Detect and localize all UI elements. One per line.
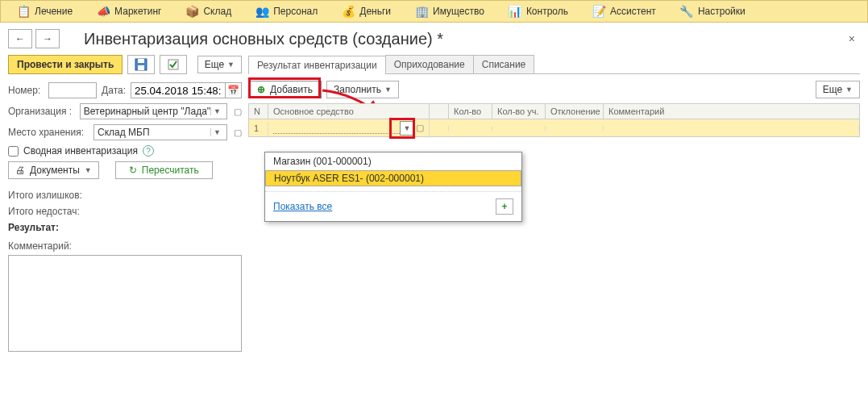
tab-receipt[interactable]: Оприходование: [385, 55, 474, 73]
more-button-right[interactable]: Еще▼: [816, 81, 860, 98]
menu-label: Лечение: [35, 6, 73, 17]
note-icon: 📝: [592, 5, 605, 18]
svg-rect-1: [138, 59, 144, 63]
recalc-button[interactable]: ↻ Пересчитать: [115, 161, 213, 179]
tab-strip: Результат инвентаризации Оприходование С…: [248, 55, 860, 74]
chevron-down-icon: ▼: [404, 124, 411, 132]
more-button[interactable]: Еще▼: [197, 56, 242, 73]
chevron-down-icon: ▼: [845, 86, 853, 94]
chevron-down-icon: ▼: [85, 166, 92, 174]
title-bar: ← → Инвентаризация основных средств (соз…: [0, 23, 868, 55]
open-button[interactable]: ▢: [234, 127, 242, 138]
documents-button[interactable]: 🖨 Документы ▼: [8, 161, 99, 179]
dropdown-item[interactable]: Магазин (001-000001): [265, 152, 521, 170]
close-button[interactable]: ×: [844, 32, 860, 45]
save-icon: [135, 58, 147, 71]
money-icon: 💰: [342, 5, 355, 18]
add-button[interactable]: ⊕ Добавить: [248, 81, 322, 98]
number-label: Номер:: [8, 85, 44, 96]
menu-label: Деньги: [359, 6, 391, 17]
col-comment: Комментарий: [604, 104, 859, 119]
open-button[interactable]: ▢: [416, 123, 424, 133]
dropdown-item[interactable]: Ноутбук ASER ES1- (002-000001): [265, 170, 521, 186]
total-surplus: Итого излишков:: [8, 187, 242, 203]
org-select[interactable]: Ветеринарный центр "Лада" ▼: [80, 103, 227, 119]
people-icon: 👥: [255, 5, 268, 18]
menu-money[interactable]: 💰Деньги: [342, 5, 391, 18]
post-icon: [167, 58, 180, 71]
printer-icon: 🖨: [15, 165, 25, 176]
store-select[interactable]: Склад МБП ▼: [93, 124, 227, 140]
chevron-down-icon: ▼: [227, 61, 235, 69]
chart-icon: 📊: [509, 5, 521, 18]
forward-button[interactable]: →: [35, 29, 60, 48]
menu-settings[interactable]: 🔧Настройки: [680, 5, 745, 18]
menu-assistant[interactable]: 📝Ассистент: [592, 5, 656, 18]
grid-header: N Основное средство Кол-во Кол-во уч. От…: [248, 103, 860, 119]
post-button[interactable]: [160, 55, 187, 74]
menu-personnel[interactable]: 👥Персонал: [255, 5, 318, 18]
menu-property[interactable]: 🏢Имущество: [415, 5, 484, 18]
menu-warehouse[interactable]: 📦Склад: [185, 5, 231, 18]
add-label: Добавить: [270, 84, 313, 95]
cell-asset[interactable]: ▼ ▢: [268, 119, 430, 138]
col-dev: Отклонение: [546, 104, 604, 119]
recalc-label: Пересчитать: [142, 165, 199, 176]
comment-label: Комментарий:: [8, 240, 242, 252]
asset-dropdown-button[interactable]: ▼: [400, 121, 414, 136]
consolidated-checkbox[interactable]: [8, 146, 19, 157]
org-label: Организация :: [8, 106, 75, 117]
menu-treatment[interactable]: 📋Лечение: [17, 5, 73, 18]
comment-textarea[interactable]: [8, 255, 242, 352]
cell-qty: [449, 126, 492, 131]
tab-result[interactable]: Результат инвентаризации: [248, 56, 386, 74]
menu-label: Маркетинг: [114, 6, 161, 17]
date-input[interactable]: [131, 82, 226, 98]
col-blank: [430, 104, 449, 119]
show-all-link[interactable]: Показать все: [273, 201, 332, 212]
page-title: Инвентаризация основных средств (создани…: [84, 30, 443, 48]
menu-label: Склад: [203, 6, 231, 17]
store-value: Склад МБП: [98, 127, 150, 138]
calendar-icon: 📅: [227, 85, 239, 96]
total-shortage: Итого недостач:: [8, 203, 242, 219]
col-qty: Кол-во: [449, 104, 492, 119]
help-icon[interactable]: ?: [143, 145, 154, 157]
date-label: Дата:: [102, 85, 126, 96]
refresh-icon: ↻: [129, 165, 137, 176]
cell-comment: [604, 126, 859, 131]
arrow-left-icon: ←: [15, 33, 25, 44]
detail-panel: Результат инвентаризации Оприходование С…: [248, 55, 860, 354]
more-label: Еще: [205, 59, 224, 70]
table-row[interactable]: 1 ▼ ▢: [248, 119, 860, 137]
number-input[interactable]: [48, 82, 97, 98]
menu-label: Контроль: [526, 6, 568, 17]
back-button[interactable]: ←: [8, 29, 32, 48]
col-n: N: [249, 104, 268, 119]
save-button[interactable]: [127, 55, 155, 74]
wrench-icon: 🔧: [680, 5, 693, 18]
col-qty-rec: Кол-во уч.: [492, 104, 546, 119]
asset-input[interactable]: [273, 123, 400, 134]
menu-control[interactable]: 📊Контроль: [509, 5, 568, 18]
plus-circle-icon: ⊕: [257, 84, 265, 95]
asset-dropdown: Магазин (001-000001) Ноутбук ASER ES1- (…: [264, 152, 522, 222]
more-label: Еще: [823, 84, 842, 95]
clipboard-icon: 📋: [17, 5, 30, 18]
consolidated-label: Сводная инвентаризация: [23, 145, 138, 157]
menu-marketing[interactable]: 📣Маркетинг: [97, 5, 161, 18]
cell-dev: [546, 126, 604, 131]
calendar-button[interactable]: 📅: [226, 82, 242, 98]
post-and-close-button[interactable]: Провести и закрыть: [8, 55, 123, 74]
menu-label: Имущество: [433, 6, 484, 17]
menu-label: Ассистент: [610, 6, 656, 17]
cell-qty-rec: [492, 126, 546, 131]
add-new-button[interactable]: +: [496, 198, 513, 215]
menu-label: Настройки: [698, 6, 745, 17]
chevron-down-icon: ▼: [210, 128, 223, 136]
cell-n: 1: [249, 121, 268, 136]
tab-writeoff[interactable]: Списание: [473, 55, 535, 73]
svg-rect-2: [138, 65, 144, 70]
open-button[interactable]: ▢: [234, 106, 242, 117]
total-result: Результат:: [8, 219, 242, 236]
